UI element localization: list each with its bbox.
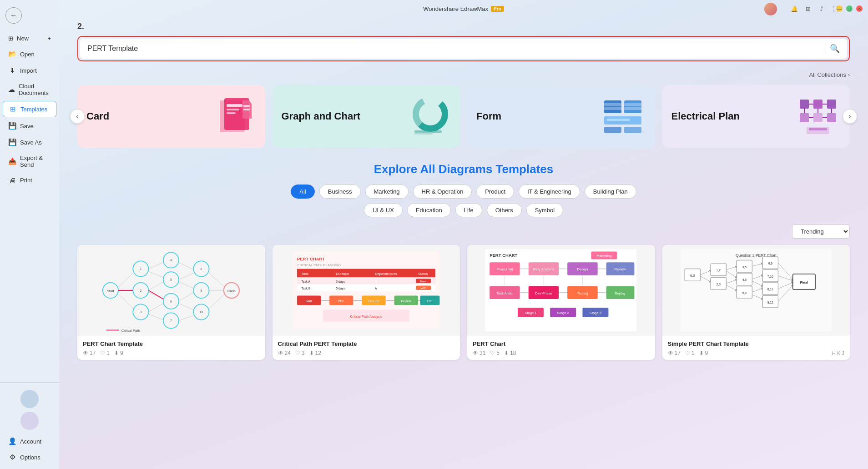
svg-text:CRITICAL PATH PLANNING: CRITICAL PATH PLANNING — [297, 263, 341, 267]
svg-rect-3 — [227, 109, 239, 110]
svg-rect-6 — [243, 105, 250, 107]
svg-rect-4 — [227, 112, 236, 114]
all-collections-link[interactable]: All Collections › — [809, 71, 850, 78]
svg-text:4,6: 4,6 — [742, 278, 747, 281]
category-form-label: Form — [476, 110, 501, 123]
svg-text:10: 10 — [200, 310, 203, 314]
svg-line-56 — [149, 271, 163, 277]
svg-text:7: 7 — [170, 319, 172, 322]
sidebar-item-options[interactable]: ⚙ Options — [3, 449, 56, 465]
template-thumb-3: PERT CHART Marketing Project Init Req. A… — [467, 245, 655, 336]
sidebar-bottom: 👤 Account ⚙ Options — [0, 382, 59, 465]
category-card-electrical[interactable]: Electrical Plan — [662, 85, 850, 148]
svg-line-52 — [118, 273, 133, 287]
step-indicator: 2. — [77, 22, 850, 31]
sort-dropdown[interactable]: Trending Newest Most Popular — [792, 225, 850, 239]
account-icon: 👤 — [8, 437, 16, 445]
maximize-button[interactable]: □ — [846, 5, 853, 12]
minimize-icon: — — [837, 6, 842, 11]
filter-education[interactable]: Education — [407, 203, 451, 217]
filter-marketing[interactable]: Marketing — [365, 185, 409, 199]
likes-count-4: 1 — [691, 350, 695, 356]
template-card-4[interactable]: Question 2 PERT Chart 0,0 — [662, 245, 850, 360]
views-stat-3: 👁 31 — [473, 350, 485, 356]
svg-text:5 days: 5 days — [336, 287, 345, 290]
sidebar-item-import[interactable]: ⬇ Import — [3, 63, 56, 78]
save-label: Save — [20, 123, 34, 130]
filter-hr[interactable]: HR & Operation — [413, 185, 472, 199]
user-avatar[interactable] — [764, 3, 777, 15]
sidebar-item-templates[interactable]: ⊞ Templates — [3, 101, 56, 117]
sidebar-item-new[interactable]: ⊞ New + — [3, 31, 56, 45]
svg-text:8,11: 8,11 — [767, 288, 773, 291]
svg-rect-87 — [297, 269, 435, 278]
svg-text:End: End — [427, 299, 432, 303]
back-icon: ← — [10, 11, 17, 20]
filter-it[interactable]: IT & Engineering — [519, 185, 580, 199]
svg-rect-15 — [604, 107, 621, 110]
filter-all[interactable]: All — [291, 185, 314, 199]
alert-icon-btn[interactable]: 🔔 — [789, 3, 800, 14]
template-card[interactable]: Start — [77, 245, 265, 360]
filter-ui[interactable]: UI & UX — [364, 203, 403, 217]
share-icon-btn[interactable]: ⤴ — [816, 3, 827, 14]
save-as-icon: 💾 — [8, 138, 16, 146]
svg-rect-28 — [800, 113, 809, 122]
template-name-1: PERT Chart Template — [83, 340, 260, 347]
all-collections: All Collections › — [77, 70, 850, 79]
sidebar-item-save-as[interactable]: 💾 Save As — [3, 135, 56, 150]
likes-count: 1 — [106, 350, 110, 356]
filter-product[interactable]: Product — [476, 185, 514, 199]
svg-rect-23 — [800, 100, 809, 109]
downloads-count-4: 9 — [705, 350, 708, 356]
views-count-2: 24 — [285, 350, 291, 356]
filter-others[interactable]: Others — [487, 203, 522, 217]
sidebar-item-open[interactable]: 📂 Open — [3, 46, 56, 62]
likes-stat: ♡ 1 — [100, 350, 110, 356]
minimize-button[interactable]: — — [836, 5, 843, 12]
sidebar-item-print[interactable]: 🖨 Print — [3, 173, 56, 188]
search-input[interactable] — [87, 45, 822, 53]
back-button[interactable]: ← — [5, 7, 22, 24]
category-card-card[interactable]: Card — [77, 85, 265, 148]
search-button[interactable]: 🔍 — [830, 44, 840, 54]
template-thumb-1: Start — [77, 245, 265, 336]
category-card-form[interactable]: Form — [467, 85, 655, 148]
category-card-image — [211, 96, 256, 137]
filter-life[interactable]: Life — [455, 203, 482, 217]
sidebar: ← ⊞ New + 📂 Open ⬇ Import ☁ Cloud Docume… — [0, 0, 59, 469]
svg-text:3,5: 3,5 — [742, 265, 747, 269]
sidebar-item-save[interactable]: 💾 Save — [3, 118, 56, 134]
import-icon: ⬇ — [8, 66, 16, 75]
svg-rect-12 — [414, 133, 433, 135]
filter-business[interactable]: Business — [319, 185, 361, 199]
close-button[interactable]: ✕ — [856, 5, 863, 12]
grid-icon-btn[interactable]: ⊞ — [802, 3, 813, 14]
svg-text:5: 5 — [170, 278, 172, 281]
carousel-right-arrow[interactable]: › — [843, 109, 857, 124]
save-as-label: Save As — [20, 139, 42, 146]
downloads-count-2: 12 — [315, 350, 321, 356]
template-card-3[interactable]: PERT CHART Marketing Project Init Req. A… — [467, 245, 655, 360]
print-label: Print — [20, 177, 32, 184]
template-name-2: Critical Path PERT Template — [278, 340, 455, 347]
svg-text:3: 3 — [140, 310, 142, 314]
template-card-2[interactable]: PERT CHART CRITICAL PATH PLANNING Task D… — [273, 245, 460, 360]
filter-building[interactable]: Building Plan — [585, 185, 636, 199]
svg-rect-13 — [604, 100, 621, 113]
downloads-count: 9 — [120, 350, 123, 356]
window-controls: — □ ✕ — [836, 5, 863, 12]
svg-line-62 — [179, 273, 193, 279]
sidebar-item-account[interactable]: 👤 Account — [3, 434, 56, 449]
carousel-left-arrow[interactable]: ‹ — [70, 109, 85, 124]
svg-rect-7 — [243, 109, 250, 110]
category-card-graph[interactable]: Graph and Chart — [273, 85, 460, 148]
sidebar-item-export[interactable]: 📤 Export & Send — [3, 151, 56, 172]
svg-rect-20 — [607, 119, 630, 121]
svg-line-63 — [179, 282, 193, 288]
svg-text:9,12: 9,12 — [767, 301, 773, 304]
svg-text:6,9: 6,9 — [768, 262, 772, 265]
filter-symbol[interactable]: Symbol — [526, 203, 563, 217]
sidebar-item-cloud[interactable]: ☁ Cloud Documents — [3, 79, 56, 100]
svg-rect-14 — [604, 103, 621, 106]
